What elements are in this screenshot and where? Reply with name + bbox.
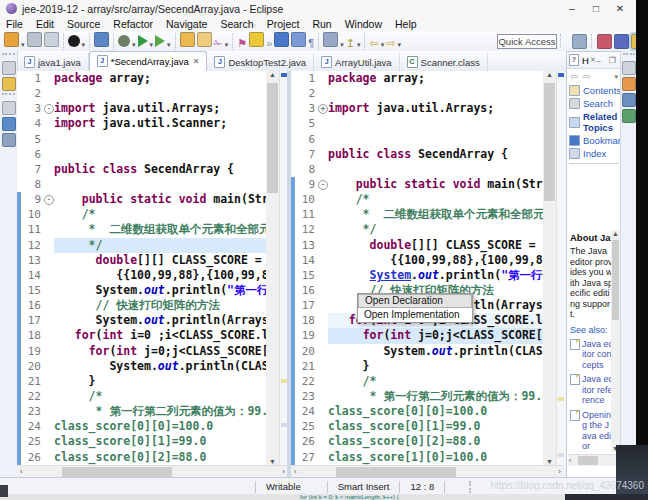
code-text[interactable]: public class SecendArray {	[54, 162, 266, 177]
highlighter-icon[interactable]	[249, 32, 264, 47]
editor-pane-right[interactable]: 1package array;23+import java.util.Array…	[291, 71, 543, 465]
code-text[interactable]	[54, 132, 266, 147]
line-number[interactable]: 17	[295, 298, 317, 313]
code-text[interactable]: import java.util.Scanner;	[54, 116, 266, 131]
code-text[interactable]: System.out.println(Arrays	[54, 313, 266, 328]
line-number[interactable]: 23	[21, 404, 43, 419]
line-number[interactable]: 15	[295, 268, 317, 283]
line-number[interactable]: 11	[295, 207, 317, 222]
fastview-grip[interactable]	[2, 93, 15, 98]
code-line[interactable]: 8	[17, 177, 266, 192]
line-number[interactable]: 17	[21, 313, 43, 328]
code-text[interactable]: class_score[1][0]=100.0	[328, 450, 543, 465]
line-number[interactable]: 14	[295, 253, 317, 268]
code-line[interactable]: 22 /*	[17, 389, 266, 404]
code-line[interactable]: 12 */	[17, 238, 266, 253]
line-number[interactable]: 22	[21, 389, 43, 404]
scroll-up-arrow[interactable]: ▲	[266, 71, 279, 78]
code-line[interactable]: 21 }	[291, 359, 543, 374]
user-profile-icon[interactable]	[68, 35, 80, 47]
scroll-down-arrow[interactable]: ▼	[543, 458, 556, 465]
back-dropdown-icon[interactable]: ▾	[381, 41, 385, 48]
code-text[interactable]: */	[54, 238, 266, 253]
code-line[interactable]: 9- public static void main(String[] args…	[17, 192, 266, 207]
line-number[interactable]: 27	[295, 450, 317, 465]
forward-icon[interactable]: ⇨	[386, 36, 395, 50]
line-number[interactable]: 1	[295, 71, 317, 86]
fastview-grip[interactable]	[623, 53, 635, 58]
last-edit-dropdown-icon[interactable]: ▾	[357, 41, 361, 48]
help-tab-close-icon[interactable]: ✕	[590, 56, 596, 64]
code-text[interactable]: import java.util.Arrays;	[328, 101, 543, 116]
code-line[interactable]: 11 * 二维数组获取单个元素和全部元素	[17, 222, 266, 237]
code-text[interactable]: * 第一行第二列元素的值为：99.0	[54, 404, 266, 419]
code-text[interactable]: class_score[0][0]=100.0	[54, 419, 266, 434]
attach-dropdown-icon[interactable]: ▾	[225, 41, 229, 48]
code-line[interactable]: 6	[291, 132, 543, 147]
code-line[interactable]: 26class_score[0][2]=88.0	[17, 450, 266, 465]
fastview-grip[interactable]	[2, 53, 15, 58]
package-icon[interactable]	[274, 32, 289, 47]
code-text[interactable]	[328, 116, 543, 131]
quick-access-box[interactable]: Quick Access	[497, 34, 557, 49]
fold-expand-icon[interactable]: +	[318, 104, 328, 114]
tab-java1-java[interactable]: Jjava1.java	[17, 53, 89, 71]
code-text[interactable]: System.out.println(CLASS	[328, 344, 543, 359]
help-topic-link[interactable]: Opening the Java editor	[570, 410, 614, 452]
line-number[interactable]: 8	[21, 177, 43, 192]
code-line[interactable]: 2	[291, 86, 543, 101]
line-number[interactable]: 14	[21, 268, 43, 283]
menu-navigate[interactable]: Navigate	[166, 18, 207, 30]
line-number[interactable]: 19	[295, 328, 317, 343]
code-line[interactable]: 16 // 快速打印矩阵的方法	[17, 298, 266, 313]
code-text[interactable]: class_score[0][0]=100.0	[328, 404, 543, 419]
open-declaration-item[interactable]: Open Declaration	[358, 294, 472, 308]
console-icon[interactable]	[94, 32, 109, 47]
mark-occurrences-icon[interactable]: »	[266, 36, 272, 50]
save-all-icon[interactable]	[44, 32, 59, 47]
code-line[interactable]: 3+import java.util.Arrays;	[291, 101, 543, 116]
save-icon[interactable]	[27, 32, 42, 47]
back-icon[interactable]: ⇦	[369, 36, 378, 50]
code-text[interactable]: * 二维数组获取单个元素和全部元素	[54, 222, 266, 237]
menu-file[interactable]: File	[6, 18, 23, 30]
code-text[interactable]: System.out.println(CLASS	[54, 359, 266, 374]
code-text[interactable]: package array;	[54, 71, 266, 86]
tab-close-icon[interactable]: ✕	[193, 57, 200, 66]
code-line[interactable]: 2	[17, 86, 266, 101]
line-number[interactable]: 9	[21, 192, 43, 207]
annotate-dropdown-icon[interactable]: ▾	[340, 41, 344, 48]
line-number[interactable]: 2	[21, 86, 43, 101]
code-text[interactable]: }	[328, 359, 543, 374]
code-text[interactable]	[328, 86, 543, 101]
code-text[interactable]: public static void main(String[] args) {	[54, 192, 266, 207]
right-vertical-scrollbar[interactable]: ▲ ▼	[543, 71, 556, 465]
close-button[interactable]: ✕	[608, 0, 632, 17]
line-number[interactable]: 24	[295, 404, 317, 419]
code-line[interactable]: 23 * 第一行第二列元素的值为：99.0	[291, 389, 543, 404]
code-line[interactable]: 15 System.out.println("第一行	[17, 283, 266, 298]
user-dropdown-icon[interactable]: ▾	[82, 41, 86, 48]
line-number[interactable]: 5	[295, 116, 317, 131]
code-line[interactable]: 20 System.out.println(CLASS	[291, 344, 543, 359]
external-tools-icon[interactable]	[155, 35, 165, 47]
code-line[interactable]: 17 System.out.println(Arrays	[17, 313, 266, 328]
code-text[interactable]: /*	[328, 192, 543, 207]
help-link-index[interactable]: Index	[567, 147, 621, 160]
code-text[interactable]	[54, 147, 266, 162]
overview-mark[interactable]	[558, 453, 564, 457]
code-line[interactable]: 7public class SecendArray {	[291, 147, 543, 162]
right-hscroll-thumb[interactable]	[336, 467, 456, 477]
code-line[interactable]: 18 for(int i=0 ;i<CLASS_SCORE.length	[17, 328, 266, 343]
left-hscroll-thumb[interactable]	[62, 467, 172, 477]
code-text[interactable]: System.out.println("第一行	[328, 268, 543, 283]
code-text[interactable]: * 第一行第二列元素的值为：99.0	[328, 389, 543, 404]
menu-window[interactable]: Window	[345, 18, 382, 30]
line-number[interactable]: 13	[295, 238, 317, 253]
editor-pane-left[interactable]: 1package array;23-import java.util.Array…	[17, 71, 266, 465]
code-text[interactable]: for(int j=0;j<CLASS_SCORE[i]	[328, 328, 543, 343]
open-wizard-alt-icon[interactable]	[197, 32, 212, 47]
code-line[interactable]: 3-import java.util.Arrays;	[17, 101, 266, 116]
code-line[interactable]: 12 */	[291, 222, 543, 237]
line-number[interactable]: 1	[21, 71, 43, 86]
